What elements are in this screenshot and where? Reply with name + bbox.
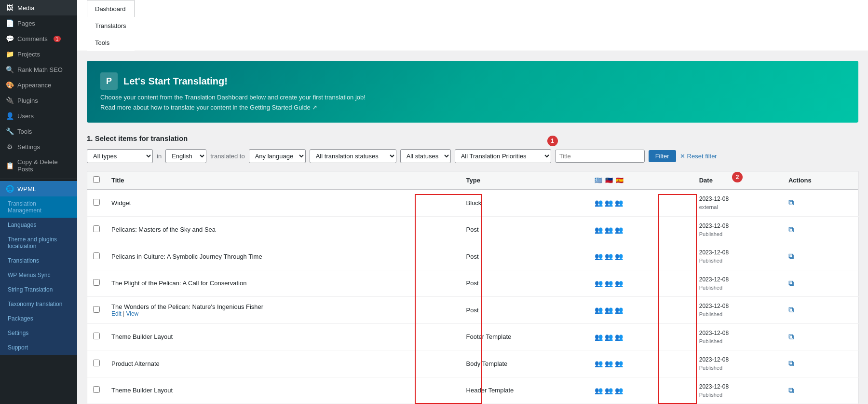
type-cell-3: Post <box>461 243 589 270</box>
sidebar-item-copy-delete-posts[interactable]: 📋Copy & Delete Posts <box>0 154 77 177</box>
type-filter[interactable]: All typesPostPageBlockFooter TemplateBod… <box>87 149 153 163</box>
rank-math-seo-icon: 🔍 <box>6 66 14 73</box>
sidebar-item-taxonomy-translation[interactable]: Taxonomy translation <box>0 297 77 311</box>
table-row: The Wonders of the Pelican: Nature's Ing… <box>87 297 858 324</box>
action-icon-4[interactable]: ⧉ <box>788 279 794 287</box>
date-cell-4: 2023-12-08 Published <box>693 270 783 297</box>
statuses-filter[interactable]: All statusesPublishedDraft <box>400 149 451 163</box>
action-icon-7[interactable]: ⧉ <box>788 359 794 367</box>
sidebar-item-wp-menus-sync[interactable]: WP Menus Sync <box>0 268 77 282</box>
translate-icon-es-6[interactable]: 👥 <box>615 333 623 341</box>
sidebar-item-appearance[interactable]: 🎨Appearance <box>0 77 77 93</box>
sidebar-item-translation-management[interactable]: Translation Management <box>0 196 77 218</box>
action-icon-6[interactable]: ⧉ <box>788 333 794 341</box>
sidebar-item-string-translation[interactable]: String Translation <box>0 282 77 297</box>
sidebar: 🖼Media📄Pages💬Comments1📁Projects🔍Rank Mat… <box>0 0 77 404</box>
translate-icon-li-5[interactable]: 👥 <box>605 306 613 314</box>
row-checkbox-5[interactable] <box>93 306 100 313</box>
reset-filter-label: Reset filter <box>687 153 717 160</box>
translate-icon-li-8[interactable]: 👥 <box>605 387 613 394</box>
sidebar-item-projects[interactable]: 📁Projects <box>0 46 77 62</box>
translate-icon-gr-7[interactable]: 👥 <box>595 360 603 367</box>
select-all-checkbox[interactable] <box>93 176 100 183</box>
actions-cell-8[interactable]: ⧉ <box>783 377 858 404</box>
translate-icon-es-1[interactable]: 👥 <box>615 199 623 207</box>
sidebar-item-packages[interactable]: Packages <box>0 311 77 326</box>
translation-status-filter[interactable]: All translation statusesNot translatedNe… <box>310 149 396 163</box>
title-cell-8: Theme Builder Layout <box>106 377 461 404</box>
sidebar-item-media[interactable]: 🖼Media <box>0 0 77 15</box>
date-status-7: Published <box>699 364 777 372</box>
translate-icon-li-1[interactable]: 👥 <box>605 199 613 207</box>
sidebar-item-settings-wpml[interactable]: Settings <box>0 326 77 340</box>
date-value-3: 2023-12-08 <box>699 248 777 257</box>
tab-translators[interactable]: Translators <box>87 17 135 34</box>
translate-icon-li-3[interactable]: 👥 <box>605 252 613 260</box>
row-checkbox-4[interactable] <box>93 279 100 286</box>
row-checkbox-3[interactable] <box>93 252 100 259</box>
translate-icon-gr-8[interactable]: 👥 <box>595 387 603 394</box>
language-filter[interactable]: EnglishGreekSpanish <box>165 149 206 163</box>
translate-icon-es-2[interactable]: 👥 <box>615 226 623 234</box>
actions-cell-6[interactable]: ⧉ <box>783 323 858 350</box>
sidebar-item-theme-plugins-localization[interactable]: Theme and plugins localization <box>0 232 77 253</box>
row-checkbox-1[interactable] <box>93 199 100 206</box>
sidebar-item-languages[interactable]: Languages <box>0 218 77 232</box>
translate-icon-li-4[interactable]: 👥 <box>605 279 613 287</box>
tab-tools[interactable]: Tools <box>87 34 135 51</box>
action-icon-2[interactable]: ⧉ <box>788 225 794 234</box>
actions-cell-7[interactable]: ⧉ <box>783 350 858 377</box>
row-checkbox-6[interactable] <box>93 333 100 339</box>
row-checkbox-8[interactable] <box>93 386 100 393</box>
sidebar-item-plugins[interactable]: 🔌Plugins <box>0 93 77 108</box>
edit-link[interactable]: Edit <box>111 310 122 317</box>
translate-icon-li-2[interactable]: 👥 <box>605 226 613 234</box>
row-checkbox-2[interactable] <box>93 225 100 232</box>
action-icon-3[interactable]: ⧉ <box>788 252 794 260</box>
sidebar-item-wpml[interactable]: 🌐WPML <box>0 181 77 196</box>
translate-icon-gr-4[interactable]: 👥 <box>595 279 603 287</box>
action-icon-8[interactable]: ⧉ <box>788 386 794 394</box>
sidebar-item-users[interactable]: 👤Users <box>0 108 77 124</box>
translate-icon-es-3[interactable]: 👥 <box>615 252 623 260</box>
title-search-input[interactable] <box>555 150 645 163</box>
sidebar-item-comments[interactable]: 💬Comments1 <box>0 31 77 46</box>
sidebar-item-settings[interactable]: ⚙Settings <box>0 139 77 154</box>
sidebar-item-rank-math-seo[interactable]: 🔍Rank Math SEO <box>0 62 77 77</box>
tools-icon: 🔧 <box>6 127 14 135</box>
actions-cell-1[interactable]: ⧉ <box>783 190 858 217</box>
sidebar-item-tools[interactable]: 🔧Tools <box>0 124 77 139</box>
title-cell-1: Widget <box>106 190 461 217</box>
actions-cell-3[interactable]: ⧉ <box>783 243 858 270</box>
translate-icon-es-4[interactable]: 👥 <box>615 279 623 287</box>
sidebar-item-translations[interactable]: Translations <box>0 253 77 268</box>
sidebar-label-languages: Languages <box>8 222 36 228</box>
action-icon-1[interactable]: ⧉ <box>788 198 794 207</box>
translate-icon-es-8[interactable]: 👥 <box>615 387 623 394</box>
actions-cell-5[interactable]: ⧉ <box>783 297 858 324</box>
row-checkbox-7[interactable] <box>93 360 100 366</box>
translate-icon-li-7[interactable]: 👥 <box>605 360 613 367</box>
translate-icon-gr-2[interactable]: 👥 <box>595 226 603 234</box>
tab-dashboard[interactable]: Dashboard <box>87 0 135 17</box>
priorities-filter[interactable]: All Translation PrioritiesHighNormalLow <box>455 149 551 163</box>
filter-button[interactable]: Filter <box>649 150 676 162</box>
actions-cell-4[interactable]: ⧉ <box>783 270 858 297</box>
reset-filter-button[interactable]: ✕ Reset filter <box>680 153 717 160</box>
translate-icon-es-7[interactable]: 👥 <box>615 360 623 367</box>
translate-icon-gr-5[interactable]: 👥 <box>595 306 603 314</box>
any-language-filter[interactable]: Any languageGreekSpanish <box>249 149 306 163</box>
view-link[interactable]: View <box>126 310 138 317</box>
banner-link[interactable]: Read more about how to translate your co… <box>100 104 845 111</box>
sidebar-item-pages[interactable]: 📄Pages <box>0 15 77 31</box>
translate-icon-gr-3[interactable]: 👥 <box>595 252 603 260</box>
date-cell-7: 2023-12-08 Published <box>693 350 783 377</box>
translate-icon-li-6[interactable]: 👥 <box>605 333 613 341</box>
translate-icon-es-5[interactable]: 👥 <box>615 306 623 314</box>
sidebar-label-appearance: Appearance <box>17 82 51 89</box>
translate-icon-gr-6[interactable]: 👥 <box>595 333 603 341</box>
action-icon-5[interactable]: ⧉ <box>788 306 794 314</box>
sidebar-item-support[interactable]: Support <box>0 340 77 355</box>
translate-icon-gr-1[interactable]: 👥 <box>595 199 603 207</box>
actions-cell-2[interactable]: ⧉ <box>783 216 858 243</box>
